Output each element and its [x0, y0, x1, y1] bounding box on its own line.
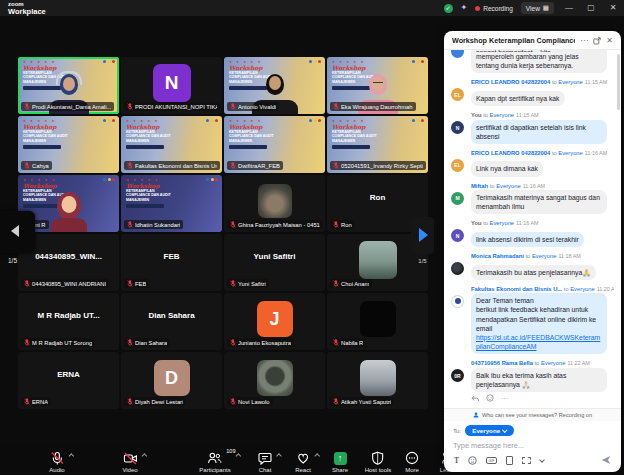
video-tile[interactable]: Ghina Fauziyyah Maisan - 04516... — [224, 175, 325, 232]
participant-name-text: Atikah Yusti Saputri — [341, 399, 391, 405]
message-time: 11:22 AM — [567, 360, 589, 366]
format-text-icon[interactable]: T — [454, 457, 459, 465]
participants-options-caret[interactable] — [236, 453, 242, 459]
chat-more-icon[interactable]: ⋯ — [580, 37, 588, 45]
video-tile[interactable]: ★ ★ ★ ★ ★WorkshopKETERAMPILAN COMPLIANCE… — [121, 116, 222, 173]
reply-icon[interactable] — [471, 395, 479, 403]
participant-name-label: DwifitraAR_FEB — [227, 161, 283, 170]
participants-label: Participants — [199, 467, 230, 473]
host-tools-button[interactable]: Host tools — [365, 451, 392, 473]
video-tile[interactable]: ★ ★ ★ ★ ★WorkshopKETERAMPILAN COMPLIANCE… — [224, 57, 325, 114]
chat-scrollbar[interactable] — [617, 54, 620, 110]
gallery-prev-button[interactable] — [0, 211, 35, 253]
video-tile[interactable]: FEBFEB — [121, 234, 222, 291]
video-tile[interactable]: ERNAERNA — [18, 352, 119, 409]
message-line: Dear Teman teman — [476, 296, 602, 305]
video-tile[interactable]: ★ ★ ★ ★ ★WorkshopKETERAMPILAN COMPLIANCE… — [121, 175, 222, 232]
recording-indicator[interactable]: Recording — [475, 5, 513, 12]
video-tile[interactable]: ★ ★ ★ ★ ★WorkshopKETERAMPILAN COMPLIANCE… — [18, 116, 119, 173]
to-label: To: — [453, 427, 461, 434]
participant-avatar — [359, 241, 397, 279]
chat-options-caret[interactable] — [276, 453, 282, 459]
muted-mic-icon — [127, 103, 133, 110]
video-button[interactable]: Video — [122, 451, 137, 473]
chat-close-icon[interactable]: ✕ — [606, 37, 613, 45]
gif-icon[interactable]: GIF — [486, 457, 497, 464]
more-input-options-caret[interactable] — [539, 457, 545, 463]
message-clipped-line: sangat bermanfaat... kita — [476, 50, 602, 52]
video-tile[interactable]: Novi Lawolo — [224, 352, 325, 409]
add-reaction-icon[interactable] — [486, 394, 494, 403]
chat-message: ERICO LEANDRO 042822004 to Everyone11:15… — [451, 79, 614, 106]
message-to-word: to — [482, 220, 490, 226]
message-meta: Fakultas Ekonomi dan Bisnis U... to Ever… — [471, 286, 614, 292]
slide-script-word: Workshop — [23, 182, 73, 189]
participant-name-text: 044340895_WINI ANDRIANI — [32, 281, 106, 287]
video-label: Video — [122, 467, 137, 473]
video-tile[interactable]: DDiyah Dewi Lestari — [121, 352, 222, 409]
slide-logo-dots — [103, 119, 115, 122]
recipient-selector[interactable]: Everyone — [465, 425, 513, 436]
slide-logo-dots — [309, 119, 321, 122]
maximize-button[interactable]: ▢ — [584, 0, 598, 16]
video-tile[interactable]: M R Radjab UT...M R Radjab UT Sorong — [18, 293, 119, 350]
video-tile[interactable]: ★ ★ ★ ★ ★WorkshopKETERAMPILAN COMPLIANCE… — [18, 57, 119, 114]
message-avatar: N — [451, 229, 464, 242]
video-tile[interactable]: Yuni SafitriYuni Safitri — [224, 234, 325, 291]
video-tile[interactable]: JJunianto Ekosaputra — [224, 293, 325, 350]
ai-companion-icon[interactable]: ✦ — [461, 4, 468, 12]
emoji-icon[interactable] — [468, 456, 477, 465]
react-button[interactable]: React — [295, 451, 311, 473]
chat-message: You to Everyone11:15 AMNsertifikat di da… — [451, 112, 614, 144]
encryption-shield-icon[interactable]: ✓ — [444, 4, 453, 13]
share-button[interactable]: ↑ Share — [332, 451, 348, 473]
message-bubble: link absensi dikirim di sesi terakhir — [471, 232, 584, 247]
video-tile[interactable]: Nabila R — [327, 293, 428, 350]
slide-logo-dots — [412, 60, 424, 63]
video-tile[interactable]: ★ ★ ★ ★ ★WorkshopKETERAMPILAN COMPLIANCE… — [224, 116, 325, 173]
chat-message: 043710956 Rama Bella to Everyone11:22 AM… — [451, 360, 614, 403]
audio-options-caret[interactable] — [68, 453, 74, 459]
audio-button[interactable]: Audio — [49, 451, 64, 473]
video-tile[interactable]: NPRODI AKUNTANSI_NOPI TIKASA... — [121, 57, 222, 114]
send-icon[interactable] — [601, 455, 611, 465]
message-time: 11:18 AM — [558, 253, 580, 259]
chat-bubble-icon — [258, 451, 272, 465]
message-sender: You — [471, 112, 482, 118]
participant-name-label: Ghina Fauziyyah Maisan - 04516... — [227, 220, 323, 229]
participant-name-text: Choi Anam — [341, 281, 369, 287]
participant-avatar: N — [153, 64, 191, 102]
pop-out-icon[interactable] — [593, 37, 601, 45]
video-options-caret[interactable] — [141, 453, 147, 459]
message-more-icon[interactable]: ⋯ — [501, 395, 508, 403]
participant-name-label: Junianto Ekosaputra — [227, 338, 294, 347]
gallery-next-button[interactable] — [411, 217, 434, 254]
video-tile[interactable]: ★ ★ ★ ★ ★WorkshopKETERAMPILAN COMPLIANCE… — [327, 57, 428, 114]
message-link[interactable]: https://sl.ut.ac.id/FEEDBACKWSKeterampil… — [476, 334, 600, 350]
react-options-caret[interactable] — [314, 453, 320, 459]
view-button[interactable]: View ▦ — [521, 2, 554, 14]
privacy-text: Who can see your messages? Recording on — [482, 412, 592, 418]
workshop-slide-background: ★ ★ ★ ★ ★WorkshopKETERAMPILAN COMPLIANCE… — [23, 119, 73, 149]
participant-name-label: 052041591_Irvandy Rizky Septian... — [330, 161, 426, 170]
video-tile[interactable]: ★ ★ ★ ★ ★WorkshopKETERAMPILAN COMPLIANCE… — [327, 116, 428, 173]
screenshot-icon[interactable] — [522, 457, 531, 464]
message-text: Terimakasih materinya sangat bagus dan m… — [476, 194, 600, 210]
attach-file-icon[interactable] — [506, 456, 513, 465]
more-button[interactable]: More — [405, 451, 419, 473]
participant-name-text: DwifitraAR_FEB — [238, 163, 280, 169]
video-tile[interactable]: Dian SaharaDian Sahara — [121, 293, 222, 350]
minimize-button[interactable]: — — [562, 0, 576, 16]
message-hover-actions: ⋯ — [471, 394, 614, 403]
close-button[interactable]: ✕ — [606, 0, 620, 16]
chat-privacy-note: Who can see your messages? Recording on — [444, 408, 621, 421]
message-sender: ERICO LEANDRO 042822004 — [471, 79, 550, 85]
chat-button[interactable]: Chat — [258, 451, 272, 473]
message-bubble: Link nya dimana kak — [471, 161, 543, 176]
video-tile[interactable]: Atikah Yusti Saputri — [327, 352, 428, 409]
message-input[interactable]: Type message here... — [444, 436, 621, 452]
participants-button[interactable]: 109 Participants — [199, 451, 230, 473]
workshop-slide-background: ★ ★ ★ ★ ★WorkshopKETERAMPILAN COMPLIANCE… — [332, 119, 382, 149]
message-meta: ERICO LEANDRO 042822004 to Everyone11:15… — [471, 79, 614, 85]
chat-message: You to Everyone11:16 AMNlink absensi dik… — [451, 220, 614, 247]
